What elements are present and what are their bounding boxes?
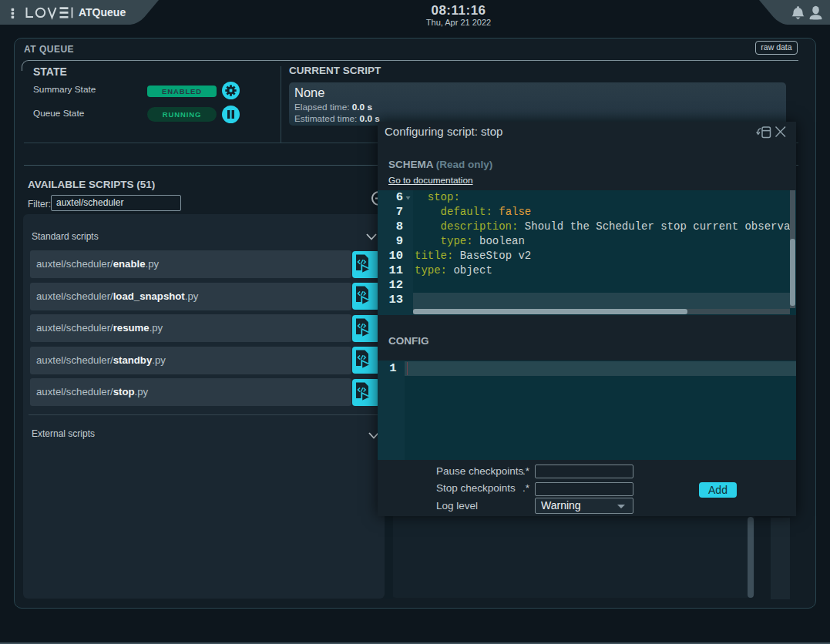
svg-text:ATQueue: ATQueue [79,6,126,18]
